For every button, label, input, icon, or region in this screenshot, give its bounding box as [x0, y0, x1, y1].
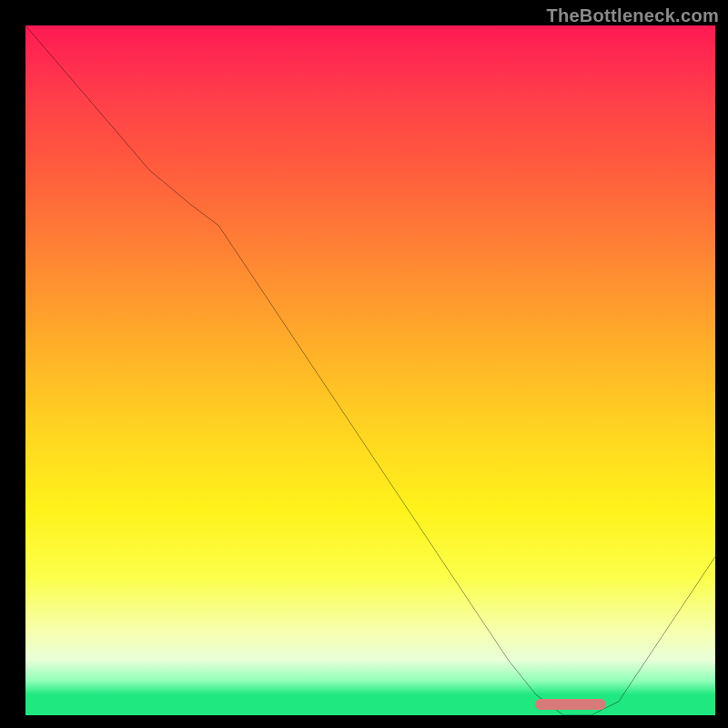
- chart-frame: TheBottleneck.com: [0, 0, 728, 728]
- optimal-range-marker: [535, 699, 606, 710]
- bottleneck-curve: [25, 25, 715, 715]
- gradient-plot-area: [25, 25, 715, 715]
- watermark-text: TheBottleneck.com: [546, 5, 719, 26]
